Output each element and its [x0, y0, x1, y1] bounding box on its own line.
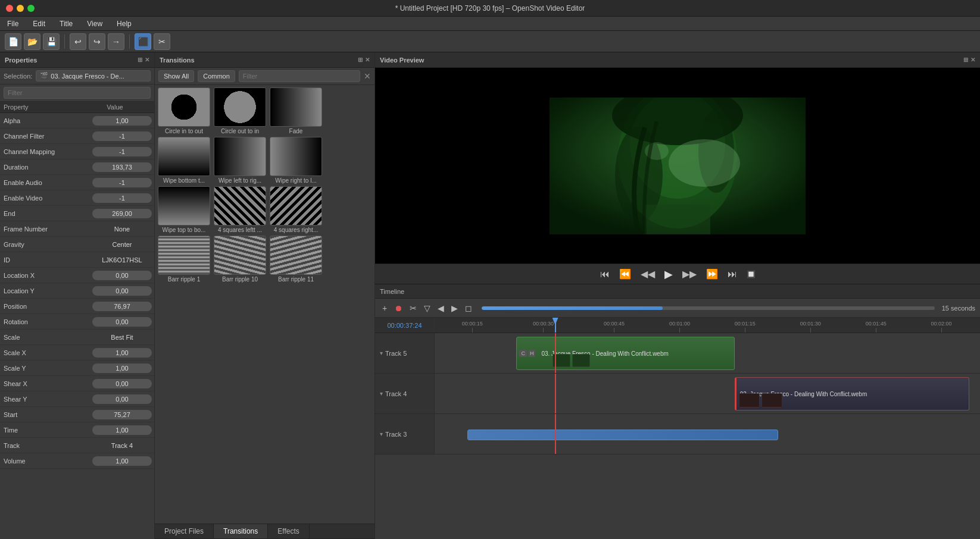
prop-value-20[interactable]: 1,00 — [92, 425, 152, 435]
prop-value-13[interactable]: 0,00 — [92, 317, 152, 327]
prop-value-21[interactable]: Track 4 — [92, 441, 152, 450]
transition-4sq-right[interactable]: 4 squares right... — [269, 186, 323, 233]
prop-row-shear-x: Shear X0,00 — [0, 376, 154, 391]
fast-forward-button[interactable]: ▶▶ — [680, 268, 699, 280]
transition-circle-in[interactable]: Circle in to out — [157, 87, 211, 134]
tl-marker-button[interactable]: ◻ — [463, 303, 475, 313]
transition-circle-out[interactable]: Circle out to in — [213, 87, 267, 134]
ruler-tick-3 — [679, 328, 680, 333]
close-button[interactable] — [6, 5, 13, 12]
prop-value-11[interactable]: 0,00 — [92, 286, 152, 296]
prop-name-17: Shear X — [0, 378, 90, 389]
select-tool-button[interactable]: ⬛ — [135, 33, 151, 50]
save-button[interactable]: 💾 — [43, 33, 60, 50]
transitions-title: Transitions — [160, 57, 195, 64]
track-5-clip[interactable]: C H 03. Jacque Fresco - Dealing With Con… — [516, 337, 734, 370]
menu-help[interactable]: Help — [114, 18, 134, 29]
tab-project-files[interactable]: Project Files — [155, 524, 214, 538]
step-back-button[interactable]: ⏪ — [617, 268, 633, 280]
tl-record-button[interactable]: ⏺ — [392, 303, 405, 313]
prop-value-0[interactable]: 1,00 — [92, 116, 152, 126]
skip-start-button[interactable]: ⏮ — [598, 269, 612, 280]
prop-value-18[interactable]: 0,00 — [92, 394, 152, 404]
undo-button[interactable]: ↩ — [70, 33, 86, 50]
prop-value-1[interactable]: -1 — [92, 131, 152, 141]
transition-4sq-left[interactable]: 4 squares leftt ... — [213, 186, 267, 233]
transition-fade[interactable]: Fade — [269, 87, 323, 134]
prop-value-12[interactable]: 76,97 — [92, 302, 152, 311]
prop-value-16[interactable]: 1,00 — [92, 363, 152, 373]
timeline-toolbar: + ⏺ ✂ ▽ ◀ ▶ ◻ 15 seconds — [375, 299, 980, 318]
video-icon-2[interactable]: ✕ — [970, 57, 975, 63]
tab-effects[interactable]: Effects — [268, 524, 309, 538]
prop-value-3[interactable]: 193,73 — [92, 162, 152, 172]
transition-wipe-right[interactable]: Wipe right to l... — [269, 137, 323, 184]
maximize-button[interactable] — [27, 5, 35, 12]
step-forward-button[interactable]: ⏩ — [704, 268, 720, 280]
transition-label-wipe-left: Wipe left to rig... — [219, 177, 261, 184]
transitions-icon-2[interactable]: ✕ — [365, 57, 370, 63]
tab-transitions[interactable]: Transitions — [214, 524, 268, 538]
prop-value-6[interactable]: 269,00 — [92, 209, 152, 218]
timeline-progress-bar[interactable] — [482, 306, 935, 310]
prop-value-15[interactable]: 1,00 — [92, 348, 152, 358]
prop-value-4[interactable]: -1 — [92, 178, 152, 187]
prop-name-15: Scale X — [0, 347, 90, 358]
play-button[interactable]: ▶ — [662, 268, 675, 281]
common-button[interactable]: Common — [198, 70, 235, 82]
prop-name-9: ID — [0, 255, 90, 265]
razor-tool-button[interactable]: ✂ — [154, 33, 170, 50]
menu-file[interactable]: File — [5, 18, 21, 29]
loop-button[interactable]: 🔲 — [744, 270, 758, 278]
tl-scissors-button[interactable]: ✂ — [407, 303, 419, 313]
transitions-icon-1[interactable]: ⊞ — [358, 57, 363, 63]
prop-value-8[interactable]: Center — [92, 240, 152, 249]
panel-icon-1[interactable]: ⊞ — [138, 57, 142, 63]
transition-wipe-left[interactable]: Wipe left to rig... — [213, 137, 267, 184]
forward-button[interactable]: → — [108, 33, 124, 50]
panel-icon-2[interactable]: ✕ — [145, 57, 149, 63]
prop-value-22[interactable]: 1,00 — [92, 456, 152, 466]
col-value: Value — [85, 104, 145, 111]
rewind-button[interactable]: ◀◀ — [638, 268, 657, 280]
selection-value[interactable]: 🎬 03. Jacque Fresco - De... — [36, 70, 151, 82]
prop-value-17[interactable]: 0,00 — [92, 379, 152, 388]
redo-button[interactable]: ↪ — [89, 33, 105, 50]
filter-clear-icon[interactable]: ✕ — [364, 71, 371, 81]
open-button[interactable]: 📂 — [24, 33, 40, 50]
transition-thumb-fade — [270, 87, 322, 127]
transitions-filter-input[interactable] — [239, 70, 360, 82]
prop-value-2[interactable]: -1 — [92, 147, 152, 156]
video-preview-panel: Video Preview ⊞ ✕ — [375, 52, 980, 284]
prop-value-9[interactable]: LJK6O17HSL — [92, 255, 152, 265]
prop-value-7[interactable]: None — [92, 224, 152, 234]
transition-wipe-top[interactable]: Wipe top to bo... — [157, 186, 211, 233]
menu-view[interactable]: View — [85, 18, 105, 29]
tl-add-button[interactable]: + — [380, 303, 389, 313]
menu-title[interactable]: Title — [57, 18, 75, 29]
prop-value-14[interactable]: Best Fit — [92, 333, 152, 342]
track-3-clip[interactable] — [467, 430, 778, 440]
properties-filter-input[interactable] — [4, 87, 151, 99]
skip-end-button[interactable]: ⏭ — [725, 269, 739, 280]
prop-value-5[interactable]: -1 — [92, 193, 152, 203]
transition-barr1[interactable]: Barr ripple 1 — [157, 236, 211, 283]
prop-value-19[interactable]: 75,27 — [92, 410, 152, 419]
new-button[interactable]: 📄 — [5, 33, 21, 50]
minimize-button[interactable] — [17, 5, 24, 12]
properties-table: Property Value Alpha1,00Channel Filter-1… — [0, 102, 154, 539]
track-4-arrow: ▾ — [380, 390, 383, 397]
transition-thumb-4sq-left — [214, 186, 266, 225]
tl-trim-button[interactable]: ▽ — [422, 303, 433, 313]
tl-prev-button[interactable]: ◀ — [435, 303, 447, 313]
transition-wipe-bottom[interactable]: Wipe bottom t... — [157, 137, 211, 184]
track-4-clip[interactable]: 03. Jacque Fresco - Dealing With Conflic… — [735, 377, 969, 410]
prop-value-10[interactable]: 0,00 — [92, 271, 152, 280]
transition-barr10[interactable]: Barr ripple 10 — [213, 236, 267, 283]
show-all-button[interactable]: Show All — [158, 70, 194, 82]
menu-edit[interactable]: Edit — [30, 18, 48, 29]
transition-barr11[interactable]: Barr ripple 11 — [269, 236, 323, 283]
track-5-label: ▾ Track 5 — [375, 333, 435, 373]
tl-next-button[interactable]: ▶ — [449, 303, 460, 313]
video-icon-1[interactable]: ⊞ — [963, 57, 968, 63]
